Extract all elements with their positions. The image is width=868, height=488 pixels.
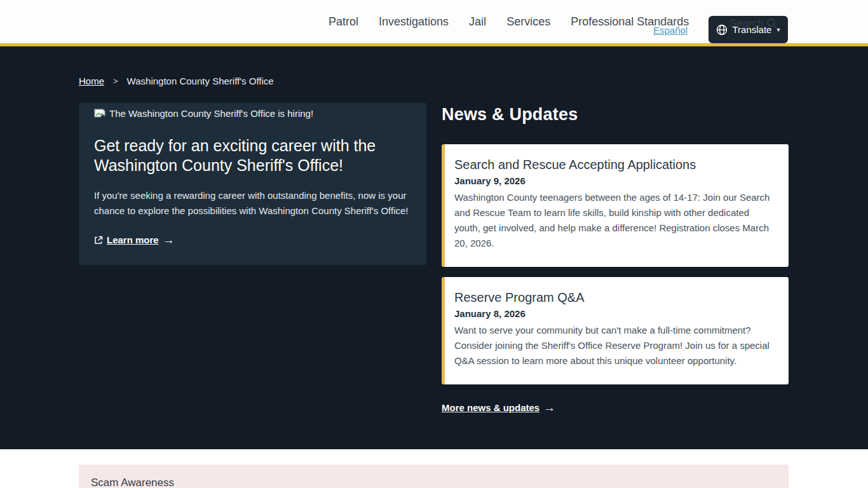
- globe-icon: [716, 24, 728, 36]
- arrow-right-icon: →: [163, 234, 175, 246]
- news-column: News & Updates Search and Rescue Accepti…: [442, 103, 789, 414]
- news-card[interactable]: Search and Rescue Accepting Applications…: [442, 144, 789, 267]
- learn-more-link[interactable]: Learn more →: [94, 234, 175, 246]
- news-card-body: Washington County teenagers between the …: [454, 190, 773, 251]
- search-link[interactable]: Search: [729, 17, 778, 30]
- news-heading: News & Updates: [442, 103, 789, 126]
- search-link-label: Search: [729, 17, 764, 30]
- news-card-date: January 9, 2026: [454, 175, 773, 186]
- site-header: Patrol Investigations Jail Services Prof…: [0, 0, 868, 46]
- news-card[interactable]: Reserve Program Q&A January 8, 2026 Want…: [442, 277, 789, 384]
- news-card-date: January 8, 2026: [454, 308, 773, 319]
- search-icon: [766, 18, 778, 29]
- breadcrumb: Home > Washington County Sheriff's Offic…: [79, 46, 789, 86]
- bottom-light-section: Scam Awareness: [0, 464, 868, 488]
- breadcrumb-separator: >: [113, 76, 118, 86]
- main-nav: Patrol Investigations Jail Services Prof…: [329, 0, 689, 43]
- arrow-right-icon: →: [543, 402, 555, 414]
- external-link-icon: [94, 236, 103, 245]
- learn-more-label: Learn more: [107, 234, 159, 245]
- espanol-link[interactable]: Español: [653, 25, 688, 36]
- main-dark-section: Home > Washington County Sheriff's Offic…: [0, 46, 868, 449]
- breadcrumb-current-page: Washington County Sheriff's Office: [127, 76, 274, 86]
- hero-image-broken: The Washington County Sheriff's Office i…: [94, 108, 411, 119]
- more-news-label: More news & updates: [442, 402, 539, 413]
- hero-card: The Washington County Sheriff's Office i…: [79, 103, 426, 265]
- scam-awareness-title: Scam Awareness: [91, 477, 776, 488]
- nav-item-services[interactable]: Services: [506, 15, 550, 29]
- nav-item-jail[interactable]: Jail: [469, 15, 486, 29]
- nav-item-patrol[interactable]: Patrol: [329, 15, 358, 29]
- news-card-title: Search and Rescue Accepting Applications: [454, 158, 773, 172]
- broken-image-icon: [94, 109, 105, 119]
- hero-title: Get ready for an exciting career with th…: [94, 136, 411, 175]
- news-card-body: Want to serve your community but can't m…: [454, 323, 773, 369]
- hero-image-alt-text: The Washington County Sheriff's Office i…: [109, 108, 313, 119]
- nav-item-investigations[interactable]: Investigations: [379, 15, 449, 29]
- news-card-title: Reserve Program Q&A: [454, 290, 773, 305]
- more-news-link[interactable]: More news & updates →: [442, 402, 555, 414]
- scam-awareness-card: Scam Awareness: [79, 464, 789, 488]
- hero-body-text: If you're seeking a rewarding career wit…: [94, 188, 411, 219]
- breadcrumb-home-link[interactable]: Home: [79, 76, 104, 86]
